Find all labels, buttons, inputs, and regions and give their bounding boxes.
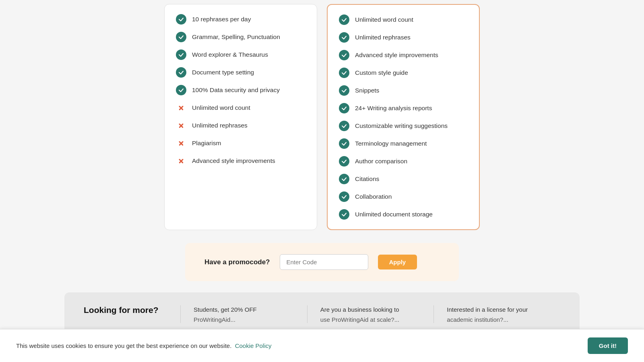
feature-label: 100% Data security and privacy [192,86,280,94]
checkmark-svg [341,212,347,217]
feature-label: Terminology management [355,140,427,147]
feature-label: Snippets [355,87,379,94]
checkmark-svg [341,35,347,40]
check-icon [176,85,186,95]
premium-feature-7: Customizable writing suggestions [339,121,468,131]
premium-features-list: Unlimited word count Unlimited rephrases [339,14,468,220]
plans-section: 10 rephrases per day Grammar, Spelling, … [0,0,644,230]
free-feature-check-5: 100% Data security and privacy [176,85,305,95]
check-icon [176,32,186,42]
free-plan-card: 10 rephrases per day Grammar, Spelling, … [164,4,317,230]
more-item-sub-students: ProWritingAid... [194,316,294,323]
premium-feature-5: Snippets [339,85,468,96]
free-feature-x-3: Plagiarism [176,138,305,148]
premium-feature-9: Author comparison [339,156,468,167]
check-icon [176,49,186,60]
more-item-students: Students, get 20% OFF ProWritingAid... [180,305,307,323]
feature-label: Custom style guide [355,69,408,76]
x-icon [176,138,186,148]
free-features-list: 10 rephrases per day Grammar, Spelling, … [176,14,305,166]
checkmark-svg [341,176,347,182]
more-item-title-business: Are you a business looking to [320,305,421,315]
cookie-text: This website uses cookies to ensure you … [16,342,272,349]
more-item-academic: Interested in a license for your academi… [433,305,560,323]
feature-label: Grammar, Spelling, Punctuation [192,33,280,41]
free-feature-x-2: Unlimited rephrases [176,120,305,131]
check-icon [339,174,349,184]
premium-feature-6: 24+ Writing analysis reports [339,103,468,113]
premium-feature-10: Citations [339,174,468,184]
check-icon [339,121,349,131]
feature-label: Unlimited word count [192,104,250,111]
check-icon [339,103,349,113]
premium-feature-8: Terminology management [339,138,468,149]
page-wrapper: 10 rephrases per day Grammar, Spelling, … [0,0,644,362]
feature-label: Author comparison [355,158,407,165]
check-icon [339,85,349,96]
more-item-sub-business: use ProWritingAid at scale?... [320,316,421,323]
feature-label: Unlimited word count [355,16,413,23]
check-icon [339,191,349,202]
checkmark-svg [341,70,347,76]
free-feature-check-1: 10 rephrases per day [176,14,305,25]
premium-feature-4: Custom style guide [339,68,468,78]
checkmark-svg [178,34,184,40]
feature-label: Unlimited rephrases [192,122,248,129]
more-item-title-students: Students, get 20% OFF [194,305,294,315]
cookie-message: This website uses cookies to ensure you … [16,342,231,349]
more-item-business: Are you a business looking to use ProWri… [307,305,434,323]
free-feature-x-4: Advanced style improvements [176,156,305,166]
promo-box: Have a promocode? Apply [185,243,459,281]
feature-label: Word explorer & Thesaurus [192,51,268,58]
cookie-banner: This website uses cookies to ensure you … [0,329,644,362]
checkmark-svg [341,105,347,111]
premium-feature-3: Advanced style improvements [339,50,468,60]
feature-label: Plagiarism [192,140,221,147]
premium-feature-12: Unlimited document storage [339,209,468,220]
more-items: Students, get 20% OFF ProWritingAid... A… [180,305,560,323]
free-feature-x-1: Unlimited word count [176,103,305,113]
checkmark-svg [178,16,184,22]
x-icon [176,120,186,131]
checkmark-svg [178,70,184,75]
check-icon [176,14,186,25]
premium-feature-2: Unlimited rephrases [339,32,468,43]
promo-code-input[interactable] [280,254,368,270]
check-icon [339,14,349,25]
x-icon [176,156,186,166]
check-icon [339,68,349,78]
got-it-button[interactable]: Got it! [588,337,628,354]
free-feature-check-3: Word explorer & Thesaurus [176,49,305,60]
free-feature-check-4: Document type setting [176,67,305,78]
check-icon [339,209,349,220]
more-item-title-academic: Interested in a license for your [447,305,547,315]
checkmark-svg [178,52,184,58]
free-feature-check-2: Grammar, Spelling, Punctuation [176,32,305,42]
checkmark-svg [341,141,347,146]
feature-label: Unlimited document storage [355,211,433,218]
check-icon [176,67,186,78]
checkmark-svg [341,88,347,93]
feature-label: Customizable writing suggestions [355,122,448,130]
cookie-policy-link[interactable]: Cookie Policy [235,342,272,349]
check-icon [339,138,349,149]
checkmark-svg [341,123,347,129]
checkmark-svg [341,194,347,200]
premium-feature-11: Collaboration [339,191,468,202]
feature-label: Advanced style improvements [192,157,275,165]
promo-label: Have a promocode? [204,258,270,266]
feature-label: 24+ Writing analysis reports [355,105,432,112]
feature-label: Advanced style improvements [355,51,438,59]
feature-label: Citations [355,175,379,183]
more-item-sub-academic: academic institution?... [447,316,547,323]
more-title: Looking for more? [84,305,180,315]
feature-label: 10 rephrases per day [192,16,251,23]
premium-plan-card: Unlimited word count Unlimited rephrases [327,4,480,230]
feature-label: Unlimited rephrases [355,34,411,41]
x-icon [176,103,186,113]
checkmark-svg [341,17,347,23]
apply-button[interactable]: Apply [378,255,417,269]
premium-feature-1: Unlimited word count [339,14,468,25]
feature-label: Document type setting [192,69,254,76]
checkmark-svg [341,52,347,58]
